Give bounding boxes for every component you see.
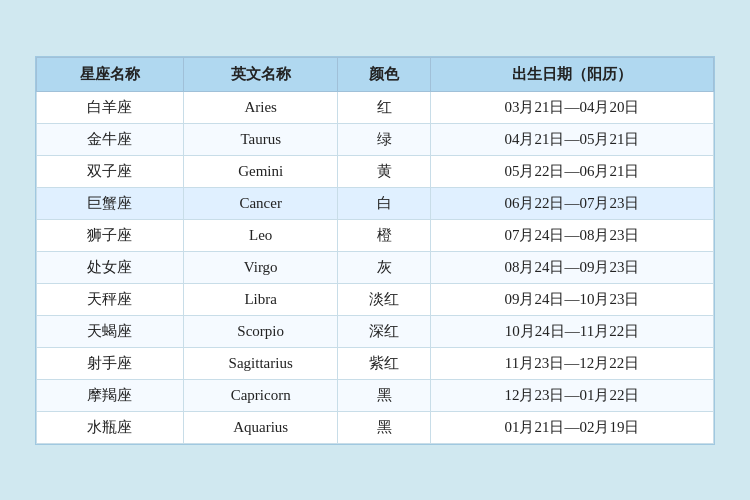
english-name: Scorpio [183,315,338,347]
english-name: Cancer [183,187,338,219]
color: 黑 [338,411,431,443]
table-row: 狮子座Leo橙07月24日—08月23日 [37,219,714,251]
english-name: Virgo [183,251,338,283]
table-row: 金牛座Taurus绿04月21日—05月21日 [37,123,714,155]
date-range: 09月24日—10月23日 [430,283,713,315]
column-header: 出生日期（阳历） [430,57,713,91]
chinese-name: 金牛座 [37,123,184,155]
color: 黄 [338,155,431,187]
table-row: 天秤座Libra淡红09月24日—10月23日 [37,283,714,315]
table-row: 天蝎座Scorpio深红10月24日—11月22日 [37,315,714,347]
chinese-name: 白羊座 [37,91,184,123]
color: 黑 [338,379,431,411]
date-range: 01月21日—02月19日 [430,411,713,443]
table-row: 巨蟹座Cancer白06月22日—07月23日 [37,187,714,219]
chinese-name: 天蝎座 [37,315,184,347]
chinese-name: 摩羯座 [37,379,184,411]
english-name: Leo [183,219,338,251]
date-range: 08月24日—09月23日 [430,251,713,283]
english-name: Sagittarius [183,347,338,379]
color: 绿 [338,123,431,155]
table-row: 白羊座Aries红03月21日—04月20日 [37,91,714,123]
english-name: Aquarius [183,411,338,443]
english-name: Libra [183,283,338,315]
date-range: 03月21日—04月20日 [430,91,713,123]
color: 紫红 [338,347,431,379]
table-row: 处女座Virgo灰08月24日—09月23日 [37,251,714,283]
chinese-name: 狮子座 [37,219,184,251]
zodiac-table-wrapper: 星座名称英文名称颜色出生日期（阳历） 白羊座Aries红03月21日—04月20… [35,56,715,445]
table-header-row: 星座名称英文名称颜色出生日期（阳历） [37,57,714,91]
chinese-name: 双子座 [37,155,184,187]
date-range: 06月22日—07月23日 [430,187,713,219]
table-row: 双子座Gemini黄05月22日—06月21日 [37,155,714,187]
column-header: 颜色 [338,57,431,91]
column-header: 英文名称 [183,57,338,91]
color: 深红 [338,315,431,347]
zodiac-table: 星座名称英文名称颜色出生日期（阳历） 白羊座Aries红03月21日—04月20… [36,57,714,444]
color: 橙 [338,219,431,251]
english-name: Taurus [183,123,338,155]
chinese-name: 天秤座 [37,283,184,315]
date-range: 04月21日—05月21日 [430,123,713,155]
date-range: 10月24日—11月22日 [430,315,713,347]
english-name: Gemini [183,155,338,187]
color: 灰 [338,251,431,283]
english-name: Aries [183,91,338,123]
table-row: 水瓶座Aquarius黑01月21日—02月19日 [37,411,714,443]
english-name: Capricorn [183,379,338,411]
column-header: 星座名称 [37,57,184,91]
table-row: 摩羯座Capricorn黑12月23日—01月22日 [37,379,714,411]
table-row: 射手座Sagittarius紫红11月23日—12月22日 [37,347,714,379]
date-range: 05月22日—06月21日 [430,155,713,187]
chinese-name: 水瓶座 [37,411,184,443]
date-range: 07月24日—08月23日 [430,219,713,251]
chinese-name: 处女座 [37,251,184,283]
date-range: 12月23日—01月22日 [430,379,713,411]
color: 白 [338,187,431,219]
chinese-name: 巨蟹座 [37,187,184,219]
color: 淡红 [338,283,431,315]
chinese-name: 射手座 [37,347,184,379]
color: 红 [338,91,431,123]
date-range: 11月23日—12月22日 [430,347,713,379]
